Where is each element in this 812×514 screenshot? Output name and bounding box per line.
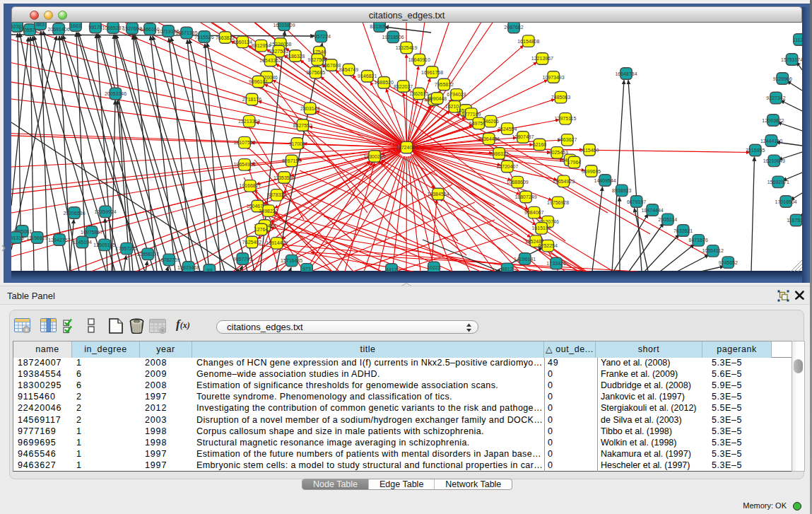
svg-text:12213369: 12213369 <box>238 119 260 124</box>
svg-text:9327508: 9327508 <box>308 57 327 62</box>
svg-text:17016504: 17016504 <box>775 199 797 204</box>
svg-text:3498222: 3498222 <box>259 208 278 213</box>
svg-text:9896101: 9896101 <box>249 79 268 84</box>
svg-text:16033809: 16033809 <box>273 23 295 28</box>
svg-text:12444150: 12444150 <box>760 138 782 143</box>
svg-text:12213967: 12213967 <box>531 56 553 61</box>
svg-text:883: 883 <box>36 23 45 27</box>
svg-text:12942757: 12942757 <box>48 237 70 242</box>
svg-text:8454749: 8454749 <box>339 67 358 72</box>
svg-text:10973493: 10973493 <box>543 74 565 79</box>
svg-text:18300295: 18300295 <box>363 153 385 158</box>
svg-text:3624554: 3624554 <box>498 126 517 131</box>
svg-text:7663822: 7663822 <box>216 35 235 40</box>
svg-text:17964: 17964 <box>567 160 582 165</box>
svg-text:2867608: 2867608 <box>322 62 341 67</box>
svg-text:7625402: 7625402 <box>242 240 261 245</box>
svg-text:62160: 62160 <box>533 141 547 146</box>
svg-text:12923468: 12923468 <box>177 264 199 269</box>
svg-text:3675685: 3675685 <box>306 70 325 75</box>
svg-text:9657791: 9657791 <box>233 256 252 261</box>
svg-text:1733426: 1733426 <box>546 261 565 266</box>
svg-text:7955812: 7955812 <box>435 82 454 87</box>
svg-text:6252254: 6252254 <box>539 243 558 248</box>
svg-text:16107553: 16107553 <box>233 140 255 145</box>
svg-text:16961758: 16961758 <box>421 69 443 74</box>
svg-text:15716485: 15716485 <box>281 258 302 263</box>
svg-text:9115460: 9115460 <box>580 147 599 152</box>
svg-text:3215955: 3215955 <box>746 148 765 153</box>
svg-text:8812: 8812 <box>502 266 513 271</box>
svg-text:19654905: 19654905 <box>233 162 255 167</box>
svg-text:12093872: 12093872 <box>762 117 784 122</box>
svg-text:9699695: 9699695 <box>582 168 601 173</box>
svg-text:10807487: 10807487 <box>512 134 534 139</box>
svg-text:20691406: 20691406 <box>47 26 69 31</box>
svg-text:391319: 391319 <box>11 235 24 240</box>
svg-text:10025453: 10025453 <box>546 150 568 155</box>
svg-text:19166827: 19166827 <box>239 183 261 188</box>
svg-text:8813054: 8813054 <box>370 23 389 28</box>
svg-text:11325419: 11325419 <box>396 45 418 50</box>
svg-text:8267150: 8267150 <box>282 158 301 163</box>
svg-text:9146821: 9146821 <box>358 74 377 78</box>
svg-text:21364436: 21364436 <box>478 136 500 141</box>
svg-text:7986322: 7986322 <box>489 151 508 156</box>
svg-text:8878332: 8878332 <box>267 192 286 197</box>
svg-text:9129966: 9129966 <box>773 76 792 81</box>
svg-text:18724007: 18724007 <box>396 145 418 150</box>
svg-text:8990448: 8990448 <box>428 95 447 100</box>
svg-text:1588520: 1588520 <box>375 80 394 85</box>
svg-text:19218506: 19218506 <box>382 34 404 39</box>
svg-text:2935114: 2935114 <box>659 216 678 221</box>
svg-text:19756928: 19756928 <box>547 199 569 204</box>
svg-text:10654112: 10654112 <box>702 248 724 253</box>
svg-text:973: 973 <box>302 267 311 271</box>
svg-text:1362615: 1362615 <box>409 91 428 96</box>
svg-text:7632621: 7632621 <box>673 228 693 233</box>
svg-text:15692971: 15692971 <box>767 179 789 184</box>
svg-text:12764: 12764 <box>254 227 269 232</box>
svg-text:2718176: 2718176 <box>242 96 261 101</box>
svg-text:16154808: 16154808 <box>517 38 539 43</box>
svg-text:4412: 4412 <box>386 267 397 271</box>
svg-text:99178: 99178 <box>88 25 102 30</box>
svg-text:8471676: 8471676 <box>689 238 708 243</box>
svg-text:9463627: 9463627 <box>558 137 577 142</box>
svg-text:12975115: 12975115 <box>555 116 577 121</box>
svg-text:2803144: 2803144 <box>300 105 319 110</box>
svg-text:11353594: 11353594 <box>273 175 295 180</box>
svg-text:16210643: 16210643 <box>763 158 785 163</box>
svg-text:11156829: 11156829 <box>27 235 48 240</box>
svg-text:8660124: 8660124 <box>233 39 252 44</box>
svg-text:18640910: 18640910 <box>408 57 430 62</box>
svg-text:99: 99 <box>207 267 213 271</box>
svg-text:8912954: 8912954 <box>252 43 271 48</box>
svg-text:746266: 746266 <box>483 119 499 124</box>
svg-text:8427552: 8427552 <box>293 122 312 127</box>
svg-text:8938923: 8938923 <box>612 187 631 192</box>
svg-text:16543362: 16543362 <box>259 58 281 63</box>
svg-text:18807249: 18807249 <box>514 194 536 199</box>
svg-text:10958107: 10958107 <box>137 251 159 256</box>
svg-text:1663: 1663 <box>70 23 81 28</box>
svg-text:20206586: 20206586 <box>63 210 85 215</box>
svg-text:1145194: 1145194 <box>73 240 92 245</box>
svg-text:9084067: 9084067 <box>524 210 543 215</box>
svg-text:1167530: 1167530 <box>787 218 802 223</box>
svg-text:17957225: 17957225 <box>116 246 138 251</box>
svg-text:10655287: 10655287 <box>102 25 124 30</box>
svg-text:16914479: 16914479 <box>266 240 288 245</box>
svg-text:7515526: 7515526 <box>194 34 213 39</box>
svg-text:917006: 917006 <box>289 141 305 146</box>
svg-text:7485063: 7485063 <box>551 95 570 100</box>
svg-text:15751074: 15751074 <box>781 57 802 62</box>
svg-text:14196141: 14196141 <box>514 256 536 261</box>
svg-text:9245652: 9245652 <box>719 259 738 264</box>
svg-text:11123: 11123 <box>793 37 802 42</box>
svg-text:20053346: 20053346 <box>105 91 126 96</box>
svg-text:6794028: 6794028 <box>447 92 466 97</box>
svg-text:2087682: 2087682 <box>504 25 523 30</box>
svg-text:6679197: 6679197 <box>627 199 646 204</box>
svg-text:10223: 10223 <box>427 265 441 270</box>
